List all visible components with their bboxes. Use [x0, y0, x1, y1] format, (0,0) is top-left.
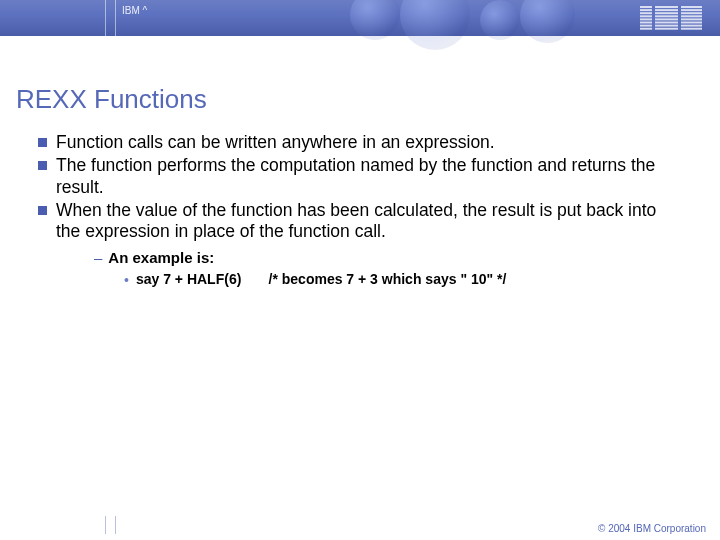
dash-bullet-icon: –	[94, 249, 102, 267]
svg-rect-2	[640, 12, 702, 14]
bullet-text: The function performs the computation na…	[56, 155, 682, 198]
bullet-text: When the value of the function has been …	[56, 200, 682, 243]
subsub-item: • say 7 + HALF(6) /* becomes 7 + 3 which…	[124, 271, 682, 289]
svg-rect-6	[640, 25, 702, 27]
svg-rect-7	[640, 28, 702, 30]
slide-footer: © 2004 IBM Corporation	[0, 516, 720, 540]
square-bullet-icon	[38, 161, 47, 170]
slide-content: Function calls can be written anywhere i…	[38, 132, 682, 290]
sub-text: An example is:	[108, 249, 214, 268]
bullet-item: Function calls can be written anywhere i…	[38, 132, 682, 153]
svg-rect-1	[640, 9, 702, 11]
header-decoration	[340, 0, 600, 36]
svg-rect-5	[640, 22, 702, 24]
square-bullet-icon	[38, 138, 47, 147]
slide-title: REXX Functions	[16, 84, 207, 115]
square-bullet-icon	[38, 206, 47, 215]
svg-rect-0	[640, 6, 702, 8]
bullet-item: The function performs the computation na…	[38, 155, 682, 198]
bullet-text: Function calls can be written anywhere i…	[56, 132, 495, 153]
subsub-list: • say 7 + HALF(6) /* becomes 7 + 3 which…	[124, 271, 682, 289]
sub-list: – An example is: • say 7 + HALF(6) /* be…	[94, 249, 682, 290]
slide-header: IBM ^	[0, 0, 720, 36]
dot-bullet-icon: •	[124, 271, 129, 289]
code-example: say 7 + HALF(6) /* becomes 7 + 3 which s…	[136, 271, 506, 287]
header-divider-lines	[105, 0, 116, 36]
copyright-text: © 2004 IBM Corporation	[598, 523, 706, 534]
svg-rect-8	[652, 6, 655, 30]
svg-rect-9	[678, 6, 681, 30]
svg-rect-4	[640, 18, 702, 20]
svg-rect-3	[640, 15, 702, 17]
ibm-logo-icon	[640, 6, 702, 30]
bullet-item: When the value of the function has been …	[38, 200, 682, 243]
brand-label: IBM ^	[122, 5, 147, 16]
sub-item: – An example is:	[94, 249, 682, 268]
footer-divider-lines	[105, 516, 116, 534]
